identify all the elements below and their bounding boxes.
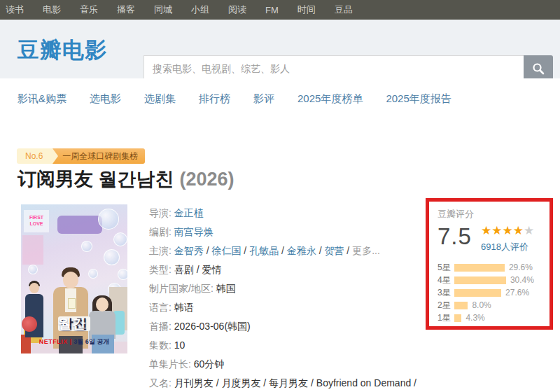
top-nav: 读书电影音乐播客同城小组阅读FM时间豆品 [0,0,560,20]
movie-poster[interactable]: FIRST LOVE 월간 남친 NETFLIX|3월 6일 공개 [21,204,127,354]
dist-row: 4星30.4% [438,274,541,286]
dist-bar [454,276,506,284]
poster-bubble [28,265,38,274]
poster-main-man-card [68,298,76,309]
info-value: / [279,245,287,256]
poster-bubble [113,232,127,246]
poster-bubble [88,269,98,279]
topnav-item-FM[interactable]: FM [265,5,279,15]
movie-sub-nav: 影讯&购票选电影选剧集排行榜影评2025年度榜单2025年度报告 [0,78,560,119]
info-label: 单集片长: [149,358,194,370]
search-icon [532,62,545,75]
topnav-item-时间[interactable]: 时间 [298,4,316,16]
topnav-item-电影[interactable]: 电影 [43,4,61,16]
info-row: 集数: 10 [149,336,419,355]
info-row: 主演: 金智秀 / 徐仁国 / 孔敏晶 / 金雅永 / 贺营 / 更多... [149,241,419,260]
info-value: 60分钟 [194,358,225,370]
subnav-item-影评[interactable]: 影评 [253,92,274,106]
rating-stars-col: ★★★★★ 6918人评价 [481,223,534,253]
info-row: 首播: 2026-03-06(韩国) [149,317,419,336]
topnav-item-豆品[interactable]: 豆品 [335,4,353,16]
info-value: / [204,245,212,256]
topnav-item-阅读[interactable]: 阅读 [228,4,246,16]
site-logo[interactable]: 豆瓣电影 [18,36,107,65]
dist-percent: 30.4% [510,275,534,285]
ranking-badge-rank: No.6 [17,148,52,164]
info-label: 类型: [149,264,174,275]
subnav-item-影讯&购票[interactable]: 影讯&购票 [18,92,66,106]
info-row: 单集片长: 60分钟 [149,355,419,374]
dist-star-label: 3星 [438,287,454,299]
rating-score: 7.5 [438,223,481,253]
dist-row: 5星29.6% [438,261,541,274]
info-link[interactable]: 金雅永 [287,245,316,256]
star-icon: ★ [503,224,513,237]
info-label: 首播: [149,321,174,332]
topnav-item-读书[interactable]: 读书 [6,4,24,16]
ranking-badge-list-name[interactable]: 一周全球口碑剧集榜 [52,148,145,164]
info-link[interactable]: 金智秀 [174,245,204,256]
info-link[interactable]: 孔敏晶 [249,245,279,256]
rating-votes-link[interactable]: 6918人评价 [481,241,534,253]
rating-section: 豆瓣评分 7.5 ★★★★★ 6918人评价 5星29.6%4星30.4%3星2… [426,198,553,330]
info-value: 喜剧 / 爱情 [174,264,222,275]
netflix-logo: NETFLIX [39,338,68,345]
movie-info: 导演: 金正植编剧: 南宫导焕主演: 金智秀 / 徐仁国 / 孔敏晶 / 金雅永… [149,204,419,392]
info-row: 类型: 喜剧 / 爱情 [149,260,419,279]
dist-bar [454,314,461,322]
dist-row: 2星8.0% [438,299,541,312]
subnav-item-选剧集[interactable]: 选剧集 [144,92,176,106]
info-label: 集数: [149,340,174,351]
dist-star-label: 5星 [438,262,454,274]
info-value: 2026-03-06(韩国) [174,321,251,332]
dist-bar [454,264,505,272]
subnav-item-2025年度榜单[interactable]: 2025年度榜单 [298,92,363,106]
poster-release-row: NETFLIX|3월 6일 공개 [21,337,127,346]
topnav-item-播客[interactable]: 播客 [117,4,135,16]
topnav-item-小组[interactable]: 小组 [191,4,209,16]
dist-star-label: 1星 [438,312,454,324]
dist-percent: 8.0% [472,300,491,310]
movie-title: 订阅男友 월간남친 [18,169,174,190]
info-row: 编剧: 南宫导焕 [149,223,419,241]
dist-bar [454,289,501,297]
info-label: 主演: [149,245,174,256]
poster-bubble [118,269,127,280]
info-label: 导演: [149,207,174,218]
info-row: 语言: 韩语 [149,298,419,317]
star-icon: ★ [481,224,491,237]
poster-main-man-head [63,272,78,288]
info-value: / [241,245,249,256]
info-label: 制片国家/地区: [149,283,216,294]
rating-heading: 豆瓣评分 [438,208,541,220]
movie-year: (2026) [180,169,234,190]
dist-row: 3星27.6% [438,286,541,299]
ranking-badge[interactable]: No.6 一周全球口碑剧集榜 [17,148,145,164]
topnav-item-音乐[interactable]: 音乐 [80,4,98,16]
dist-row: 1星4.3% [438,312,541,324]
info-link[interactable]: 徐仁国 [211,245,241,256]
star-rating: ★★★★★ [481,225,534,237]
info-value: / [316,245,325,256]
info-label: 语言: [149,302,174,313]
poster-release-date: 3월 6일 공개 [74,338,109,345]
star-icon: ★ [524,224,534,237]
topnav-item-同城[interactable]: 同城 [154,4,172,16]
subnav-item-选电影[interactable]: 选电影 [90,92,121,106]
poster-release-sep: | [70,338,72,345]
info-value: 韩语 [174,302,194,313]
poster-speech-bubble [57,216,102,234]
info-link[interactable]: 贺营 [324,245,344,256]
info-link[interactable]: 金正植 [174,207,204,218]
info-label: 又名: [149,377,174,388]
info-link[interactable]: 南宫导焕 [174,226,214,237]
info-value: 10 [174,340,186,351]
subnav-item-2025年度报告[interactable]: 2025年度报告 [386,92,451,106]
poster-wall-art [22,235,43,265]
info-value: 韩国 [216,283,236,294]
dist-star-label: 4星 [438,274,454,286]
page-title: 订阅男友 월간남친(2026) [18,167,234,192]
info-value: / [344,245,352,256]
subnav-item-排行榜[interactable]: 排行榜 [199,92,230,106]
info-row: 导演: 金正植 [149,204,419,223]
